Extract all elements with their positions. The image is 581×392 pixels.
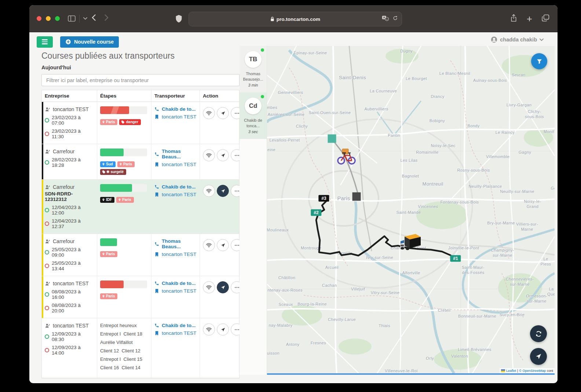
back-button[interactable] bbox=[92, 14, 96, 23]
tab-overview-icon[interactable] bbox=[542, 14, 549, 23]
route-polyline bbox=[332, 139, 359, 198]
map-filter-button[interactable] bbox=[531, 53, 547, 69]
app-content: Nouvelle course chadda chakib Courses pu… bbox=[29, 32, 558, 383]
stop-number-marker[interactable]: #1 bbox=[450, 255, 461, 262]
course-table-body: toncarton TEST23/02/2023 à 07:0023/02/20… bbox=[42, 102, 239, 378]
etapes-cell: Paris bbox=[97, 276, 151, 318]
driver-link[interactable]: Thomas Beaus... bbox=[162, 149, 197, 160]
badge-label: Paris bbox=[122, 198, 131, 202]
driver-avatar: Cd bbox=[245, 98, 262, 114]
truck-courier-marker[interactable] bbox=[399, 232, 422, 252]
chevron-down-icon bbox=[540, 39, 544, 41]
signal-button[interactable] bbox=[203, 149, 215, 161]
start-datetime: 12/04/2023 à 12:00 bbox=[52, 205, 94, 216]
course-label-badge: IDF bbox=[100, 197, 114, 203]
map-canvas[interactable]: Épinay-sur-SeineDugnySaint-DenisLe Bourg… bbox=[267, 46, 555, 375]
carrier-link[interactable]: toncarton TEST bbox=[162, 162, 196, 167]
etapes-cell: SudParis❄surgelé bbox=[97, 144, 151, 179]
company-name: Carrefour bbox=[53, 238, 74, 244]
driver-link[interactable]: Chakib de to... bbox=[162, 323, 196, 328]
driver-link[interactable]: Thomas Beaus... bbox=[162, 238, 197, 249]
stop-number-marker[interactable]: #2 bbox=[311, 209, 321, 216]
driver-link[interactable]: Chakib de to... bbox=[162, 281, 196, 286]
share-icon[interactable] bbox=[510, 14, 517, 24]
action-cell bbox=[200, 318, 238, 378]
company-name: Carrefour bbox=[53, 149, 74, 154]
address-bar[interactable]: pro.toncarton.com Az bbox=[189, 12, 402, 26]
signal-button[interactable] bbox=[203, 239, 215, 251]
start-status-icon bbox=[45, 334, 49, 339]
wifi-icon bbox=[206, 284, 212, 290]
osm-link[interactable]: © OpenStreetMap bbox=[519, 369, 546, 373]
course-row[interactable]: Carrefour28/02/2023 à 18:28SudParis❄surg… bbox=[42, 144, 239, 180]
end-status-icon bbox=[45, 306, 49, 310]
minimize-window-button[interactable] bbox=[46, 16, 51, 21]
stop-number-marker[interactable]: #3 bbox=[318, 195, 329, 202]
user-menu[interactable]: chadda chakib bbox=[491, 36, 544, 43]
translate-icon[interactable]: Az bbox=[382, 15, 389, 22]
signal-button[interactable] bbox=[203, 323, 215, 336]
user-edit-icon bbox=[45, 184, 50, 190]
route-polyline bbox=[316, 201, 456, 259]
course-row[interactable]: toncarton TEST23/02/2023 à 07:0023/02/20… bbox=[42, 102, 239, 144]
driver-link[interactable]: Chakib de to... bbox=[162, 184, 196, 190]
map-refresh-button[interactable] bbox=[530, 325, 547, 342]
course-row[interactable]: CarrefourSDN-RDRD-1231231212/04/2023 à 1… bbox=[42, 180, 239, 234]
start-status-icon bbox=[45, 160, 49, 165]
row-status-accent bbox=[42, 234, 43, 276]
etapes-cell: IDFParis bbox=[97, 180, 151, 234]
wifi-icon bbox=[206, 242, 212, 248]
course-row[interactable]: toncarton TEST12/09/2023 à 08:3012/09/20… bbox=[42, 318, 239, 378]
leaflet-link[interactable]: Leaflet bbox=[506, 369, 516, 373]
carrier-link[interactable]: toncarton TEST bbox=[162, 330, 196, 336]
course-label-badge: Paris bbox=[117, 161, 135, 167]
chevron-down-icon[interactable] bbox=[83, 17, 87, 20]
driver-name: Chakib detonca... bbox=[240, 118, 267, 129]
track-button[interactable] bbox=[217, 323, 229, 336]
track-button[interactable] bbox=[217, 281, 229, 293]
carrier-link[interactable]: toncarton TEST bbox=[162, 252, 196, 257]
forward-button[interactable] bbox=[105, 14, 109, 23]
course-row[interactable]: Carrefour25/05/2023 à 09:0025/05/2023 à … bbox=[42, 234, 239, 276]
course-row[interactable]: toncarton TEST08/08/2023 à 16:0008/08/20… bbox=[42, 276, 239, 318]
signal-button[interactable] bbox=[203, 185, 215, 197]
entreprise-cell: toncarton TEST12/09/2023 à 08:3012/09/20… bbox=[42, 318, 97, 378]
online-dot bbox=[261, 48, 264, 52]
new-course-label: Nouvelle course bbox=[74, 39, 114, 45]
reload-icon[interactable] bbox=[392, 15, 398, 22]
sidebar-icon[interactable] bbox=[68, 15, 76, 22]
driver-card-thomas[interactable]: TB ThomasBeausejo... 3 min bbox=[240, 46, 267, 92]
entreprise-cell: Carrefour28/02/2023 à 18:28 bbox=[42, 144, 97, 179]
close-window-button[interactable] bbox=[37, 16, 41, 21]
track-button[interactable] bbox=[217, 149, 229, 161]
carrier-link[interactable]: toncarton TEST bbox=[162, 114, 196, 120]
waypoint-square-marker[interactable] bbox=[328, 135, 336, 143]
building-icon bbox=[154, 162, 159, 167]
courses-panel: Courses publiées aux transporteurs Aujou… bbox=[41, 46, 240, 378]
signal-button[interactable] bbox=[203, 281, 215, 293]
carrier-link[interactable]: toncarton TEST bbox=[162, 288, 196, 294]
signal-button[interactable] bbox=[203, 107, 215, 119]
waypoint-square-marker[interactable] bbox=[352, 193, 361, 201]
privacy-shield-icon[interactable] bbox=[175, 14, 182, 23]
browser-window: pro.toncarton.com Az + bbox=[29, 5, 558, 383]
map-locate-button[interactable] bbox=[530, 348, 547, 365]
user-edit-icon bbox=[45, 281, 50, 286]
course-code: SDN-RDRD-12312312 bbox=[45, 191, 94, 202]
zoom-window-button[interactable] bbox=[55, 16, 60, 21]
send-plane-icon bbox=[220, 243, 226, 248]
etapes-cell: Parisdanger bbox=[97, 102, 151, 144]
end-datetime: 23/02/2023 à 11:30 bbox=[52, 128, 94, 139]
navigation-icon bbox=[535, 353, 542, 360]
bike-courier-marker[interactable] bbox=[336, 149, 357, 167]
end-status-icon bbox=[45, 348, 49, 352]
search-input[interactable] bbox=[41, 74, 240, 86]
driver-card-chakib[interactable]: Cd Chakib detonca... 3 sec bbox=[240, 92, 267, 139]
track-button[interactable] bbox=[217, 107, 229, 119]
track-button[interactable] bbox=[217, 239, 229, 251]
track-button[interactable] bbox=[217, 185, 229, 197]
page-title: Courses publiées aux transporteurs bbox=[41, 51, 240, 61]
map-attribution: Leaflet | © OpenStreetMap cont bbox=[500, 368, 555, 373]
driver-link[interactable]: Chakib de to... bbox=[162, 106, 196, 112]
carrier-link[interactable]: toncarton TEST bbox=[162, 192, 196, 197]
